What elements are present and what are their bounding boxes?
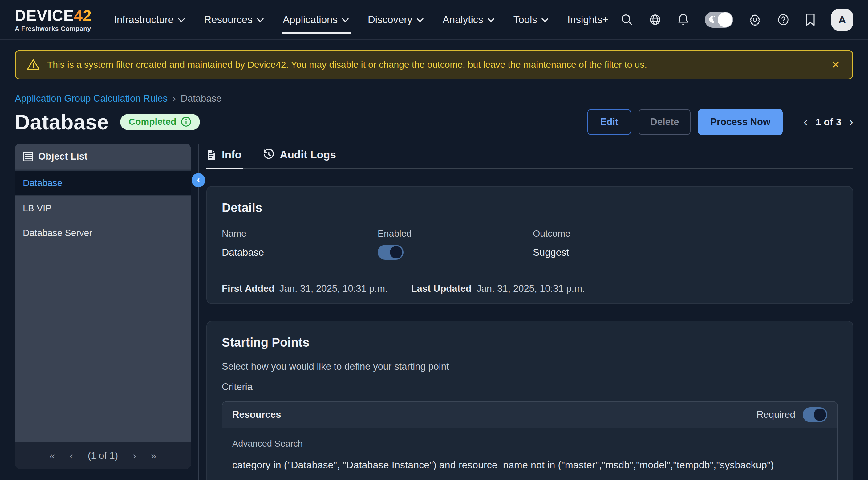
chevron-down-icon [257,18,264,23]
sidebar-divider [198,144,199,480]
field-outcome-value: Suggest [533,247,838,258]
record-pager: ‹ 1 of 3 › [804,116,853,128]
required-toggle[interactable] [803,407,827,422]
pagination-first-icon[interactable]: « [49,451,55,460]
moon-icon [707,15,716,24]
pagination-prev-icon[interactable]: ‹ [70,451,73,460]
main-menu: Infrastructure Resources Applications Di… [114,14,608,26]
pager-next-icon[interactable]: › [849,116,853,128]
starting-points-card: Starting Points Select how you would lik… [206,321,853,480]
theme-toggle[interactable] [705,12,733,28]
list-icon [23,152,33,161]
object-list-header: Object List [15,144,191,170]
nav-discovery[interactable]: Discovery [368,14,424,26]
breadcrumb-separator: › [173,93,176,104]
required-label: Required [756,409,795,420]
page-title: Database [15,110,109,134]
chevron-down-icon [178,18,185,23]
tab-info[interactable]: Info [206,149,242,168]
details-heading: Details [222,201,838,215]
pager-prev-icon[interactable]: ‹ [804,116,808,128]
nav-infrastructure[interactable]: Infrastructure [114,14,185,26]
globe-icon[interactable] [649,13,662,26]
field-enabled-label: Enabled [378,228,533,239]
user-avatar[interactable]: A [831,9,853,31]
nav-insights[interactable]: Insights+ [567,14,608,26]
banner-message: This is a system filter created and main… [47,59,647,70]
system-filter-warning-banner: This is a system filter created and main… [15,50,853,80]
search-icon[interactable] [620,13,633,26]
resources-panel-header: Resources Required [222,402,837,428]
status-badge: Completed [120,114,200,130]
resources-panel: Resources Required Advanced Search categ… [222,401,838,480]
details-card-footer: First Added Jan. 31, 2025, 10:31 p.m. La… [207,274,852,303]
resources-required: Required [756,407,827,422]
nav-analytics[interactable]: Analytics [443,14,494,26]
sidebar-pagination: « ‹ (1 of 1) › » [15,442,191,469]
field-name-value: Database [222,247,378,258]
starting-points-heading: Starting Points [222,335,838,349]
help-icon[interactable] [777,13,790,26]
starting-points-description: Select how you would like to define your… [222,361,838,372]
pagination-next-icon[interactable]: › [133,451,136,460]
header-actions: Edit Delete Process Now ‹ 1 of 3 › [587,109,853,135]
warning-triangle-icon [27,59,40,70]
page-header: Database Completed Edit Delete Process N… [15,108,853,136]
breadcrumb-link[interactable]: Application Group Calculation Rules [15,93,167,104]
first-added: First Added Jan. 31, 2025, 10:31 p.m. [222,283,388,294]
last-updated-label: Last Updated [411,283,472,294]
process-now-button[interactable]: Process Now [698,109,783,135]
delete-button[interactable]: Delete [639,109,690,135]
top-navigation-bar: DEVICE42 A Freshworks Company Infrastruc… [0,0,868,40]
sidebar-item-database-server[interactable]: Database Server [15,220,191,245]
resources-panel-body: Advanced Search category in ("Database",… [222,428,837,480]
device42-logo[interactable]: DEVICE42 A Freshworks Company [15,8,92,32]
content-right-divider [852,144,853,480]
banner-close-icon[interactable]: ✕ [830,59,841,71]
starting-points-body: Starting Points Select how you would lik… [207,321,852,480]
field-outcome-label: Outcome [533,228,838,239]
first-added-label: First Added [222,283,274,294]
toggle-knob [390,246,402,259]
field-enabled: Enabled [378,228,533,262]
document-icon [206,149,216,160]
sidebar-item-lb-vip[interactable]: LB VIP [15,196,191,220]
nav-tools[interactable]: Tools [514,14,548,26]
resources-title: Resources [232,409,281,420]
tab-audit-logs[interactable]: Audit Logs [262,149,336,168]
topbar-actions: A [620,9,853,31]
toggle-knob [814,409,826,421]
settings-gear-icon[interactable] [748,13,762,26]
pager-label: 1 of 3 [816,116,841,128]
last-updated-value: Jan. 31, 2025, 10:31 p.m. [476,283,585,294]
bookmark-icon[interactable] [805,13,816,26]
device42-app: DEVICE42 A Freshworks Company Infrastruc… [0,0,868,480]
advanced-search-expression: category in ("Database", "Database Insta… [232,459,827,471]
info-circle-icon[interactable] [181,116,191,127]
sidebar-collapse-button[interactable]: ‹ [192,173,205,187]
details-card-body: Details Name Database Enabled Outcome S [207,187,852,274]
first-added-value: Jan. 31, 2025, 10:31 p.m. [279,283,388,294]
details-fields: Name Database Enabled Outcome Suggest [222,228,838,262]
sidebar-item-database[interactable]: Database [15,170,191,196]
chevron-down-icon [541,18,548,23]
last-updated: Last Updated Jan. 31, 2025, 10:31 p.m. [411,283,585,294]
enabled-toggle[interactable] [378,245,404,260]
edit-button[interactable]: Edit [587,109,631,135]
chevron-down-icon [488,18,494,23]
sidebar-spacer [15,245,191,442]
field-outcome: Outcome Suggest [533,228,838,262]
nav-applications[interactable]: Applications [283,14,349,26]
breadcrumb: Application Group Calculation Rules › Da… [15,93,853,104]
nav-resources[interactable]: Resources [204,14,264,26]
toggle-knob [718,12,733,27]
object-list-sidebar: Object List Database LB VIP Database Ser… [15,144,191,469]
pagination-last-icon[interactable]: » [151,451,156,460]
field-name-label: Name [222,228,378,239]
content-area: ‹ Object List Database LB VIP Database S… [0,144,868,480]
detail-panel: Info Audit Logs Details Name Database [206,144,853,480]
notifications-bell-icon[interactable] [677,13,689,27]
details-card: Details Name Database Enabled Outcome S [206,186,853,304]
advanced-search-label: Advanced Search [232,439,827,449]
breadcrumb-current: Database [181,93,222,104]
